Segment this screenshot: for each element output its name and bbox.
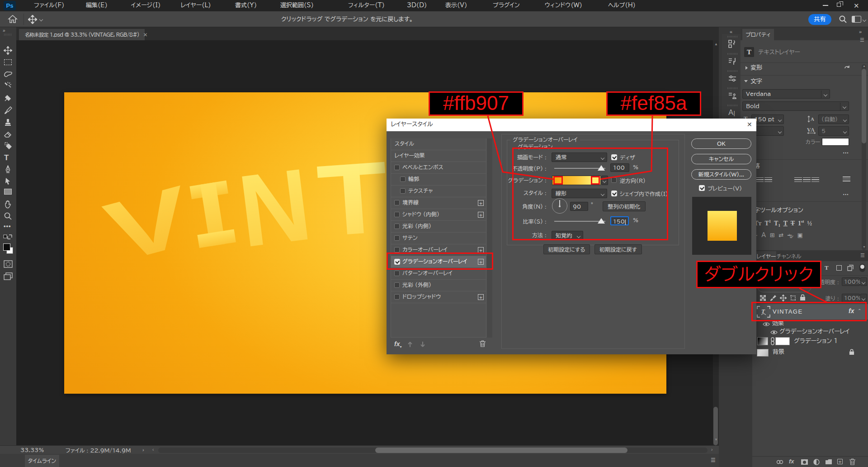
svg-text:T: T: [314, 140, 392, 258]
svg-text:A: A: [811, 116, 814, 122]
svg-text:N: N: [233, 147, 317, 269]
svg-text:V: V: [96, 167, 201, 281]
svg-text:A: A: [811, 127, 815, 133]
